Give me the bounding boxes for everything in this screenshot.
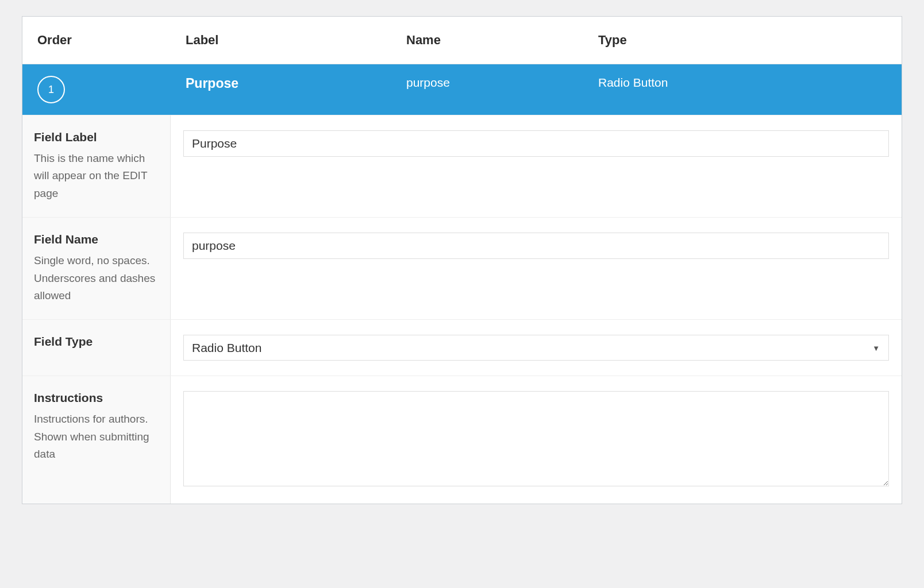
header-type: Type	[583, 17, 902, 64]
setting-label-cell: Field Type	[22, 320, 171, 376]
field-label-input[interactable]	[183, 130, 889, 157]
setting-title: Field Type	[34, 335, 157, 349]
setting-desc: Single word, no spaces. Underscores and …	[34, 252, 157, 304]
setting-desc: Instructions for authors. Shown when sub…	[34, 411, 157, 463]
setting-label-cell: Instructions Instructions for authors. S…	[22, 376, 171, 504]
field-type-select[interactable]: Radio Button	[183, 335, 889, 361]
field-name-cell: purpose	[391, 76, 583, 90]
field-group-panel: Order Label Name Type 1 Purpose purpose …	[22, 16, 902, 504]
instructions-textarea[interactable]	[183, 391, 889, 486]
setting-input-cell	[171, 218, 902, 319]
field-label-cell: Purpose	[171, 76, 391, 91]
setting-input-cell: Radio Button	[171, 320, 902, 376]
setting-label-cell: Field Label This is the name which will …	[22, 115, 171, 217]
setting-row-instructions: Instructions Instructions for authors. S…	[22, 376, 902, 504]
field-type-cell: Radio Button	[583, 76, 902, 90]
fields-header-row: Order Label Name Type	[22, 17, 902, 64]
order-badge: 1	[37, 76, 65, 103]
select-wrap: Radio Button	[183, 335, 889, 361]
setting-row-field-label: Field Label This is the name which will …	[22, 115, 902, 217]
setting-title: Instructions	[34, 391, 157, 405]
setting-title: Field Label	[34, 130, 157, 144]
header-label: Label	[171, 17, 391, 64]
setting-row-field-name: Field Name Single word, no spaces. Under…	[22, 217, 902, 319]
setting-label-cell: Field Name Single word, no spaces. Under…	[22, 218, 171, 319]
setting-title: Field Name	[34, 233, 157, 246]
setting-input-cell	[171, 115, 902, 217]
header-order: Order	[22, 17, 171, 64]
setting-row-field-type: Field Type Radio Button	[22, 319, 902, 376]
field-row-active[interactable]: 1 Purpose purpose Radio Button	[22, 64, 902, 115]
setting-desc: This is the name which will appear on th…	[34, 150, 157, 202]
field-order-cell: 1	[22, 76, 171, 103]
setting-input-cell	[171, 376, 902, 504]
header-name: Name	[391, 17, 583, 64]
field-name-input[interactable]	[183, 233, 889, 259]
